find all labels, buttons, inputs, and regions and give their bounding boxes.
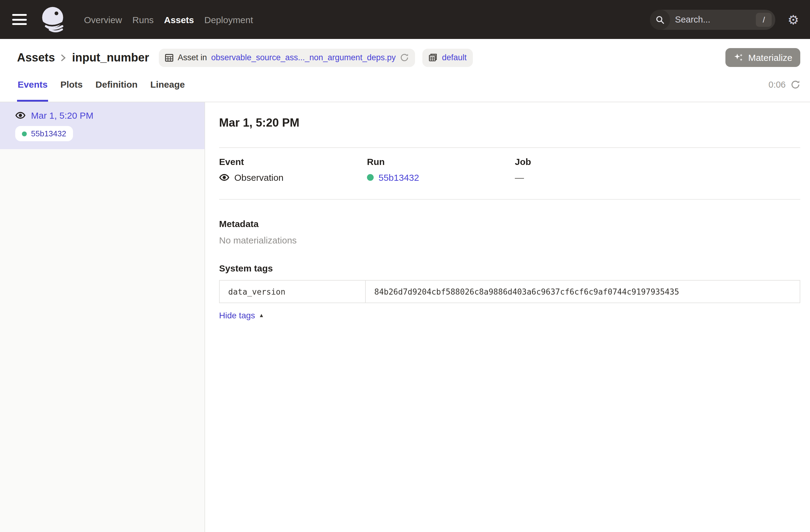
reload-location-icon[interactable] [400,53,409,62]
code-location-table-icon [165,53,174,62]
tag-value-cell: 84b26d7d9204cbf588026c8a9886d403a6c9637c… [366,280,800,303]
run-column: Run 55b13432 [367,157,515,182]
main-nav: Overview Runs Assets Deployment [84,14,253,25]
sparkles-icon [734,52,744,63]
job-column-label: Job [515,157,800,167]
observation-eye-icon [219,172,229,182]
run-id-pill[interactable]: 55b13432 [15,126,73,141]
hide-tags-label: Hide tags [219,310,255,320]
nav-item-assets[interactable]: Assets [164,14,194,25]
event-type-value: Observation [234,172,284,182]
refresh-timer-group: 0:06 [768,67,800,102]
run-id-label: 55b13432 [31,129,66,138]
tab-lineage[interactable]: Lineage [150,67,185,102]
refresh-icon[interactable] [791,79,800,89]
event-list-item[interactable]: Mar 1, 5:20 PM 55b13432 [0,102,205,149]
group-tables-icon [428,53,438,62]
tab-definition[interactable]: Definition [95,67,138,102]
search-shortcut-key: / [756,13,772,27]
nav-item-overview[interactable]: Overview [84,14,122,25]
event-column-label: Event [219,157,367,167]
divider [219,199,800,200]
search-icon [650,10,670,30]
refresh-countdown: 0:06 [768,79,785,89]
job-column: Job — [515,157,800,182]
event-column: Event Observation [219,157,367,182]
asset-location-badge: Asset in observable_source_ass..._non_ar… [159,48,415,67]
content-area: Mar 1, 5:20 PM 55b13432 Mar 1, 5:20 PM E… [0,102,810,532]
asset-tabs-row: Events Plots Definition Lineage 0:06 [0,67,810,102]
run-id-link[interactable]: 55b13432 [378,172,419,182]
system-tags-heading: System tags [219,263,800,273]
event-timestamp-link[interactable]: Mar 1, 5:20 PM [31,110,93,120]
tab-events[interactable]: Events [17,67,48,102]
table-row: data_version 84b26d7d9204cbf588026c8a988… [220,280,800,303]
settings-gear-icon[interactable]: ⚙ [788,13,799,26]
nav-item-deployment[interactable]: Deployment [205,14,253,25]
metadata-heading: Metadata [219,219,800,229]
metadata-empty-text: No materializations [219,235,800,245]
run-status-dot [22,131,27,136]
run-column-label: Run [367,157,515,167]
event-detail-title: Mar 1, 5:20 PM [219,115,800,131]
divider [219,147,800,148]
asset-page-header: Assets input_number Asset in observable_… [0,39,810,102]
breadcrumb-asset-name: input_number [72,51,149,64]
job-empty-value: — [515,172,524,182]
event-detail-panel: Mar 1, 5:20 PM Event Observation [205,102,810,532]
global-search[interactable]: / [650,10,775,30]
materialize-button-label: Materialize [748,52,792,63]
dagster-logo-icon[interactable] [39,5,67,33]
breadcrumb-assets-link[interactable]: Assets [17,51,55,64]
asset-definition-file-link[interactable]: observable_source_ass..._non_argument_de… [211,53,395,62]
tab-plots[interactable]: Plots [60,67,83,102]
asset-location-prefix: Asset in [178,53,207,62]
materialize-button[interactable]: Materialize [726,48,800,67]
hide-tags-link[interactable]: Hide tags ▲ [219,310,264,320]
chevron-right-icon [61,53,67,62]
caret-up-icon: ▲ [259,312,264,318]
top-navbar: Overview Runs Assets Deployment / ⚙ [0,0,810,39]
dagster-app: Overview Runs Assets Deployment / ⚙ Asse… [0,0,810,532]
breadcrumb: Assets input_number [17,51,149,64]
system-tags-table: data_version 84b26d7d9204cbf588026c8a988… [219,280,800,303]
breadcrumb-row: Assets input_number Asset in observable_… [0,39,810,67]
tag-key-cell: data_version [220,280,366,303]
menu-icon[interactable] [12,14,27,25]
event-list-sidebar: Mar 1, 5:20 PM 55b13432 [0,102,205,532]
asset-group-link[interactable]: default [442,53,467,62]
search-input[interactable] [675,15,751,25]
event-summary-columns: Event Observation Run [219,157,800,182]
asset-group-badge: default [422,48,472,67]
observation-eye-icon [15,110,26,120]
asset-tabs: Events Plots Definition Lineage [17,67,185,102]
run-status-dot [367,174,374,181]
nav-item-runs[interactable]: Runs [132,14,154,25]
